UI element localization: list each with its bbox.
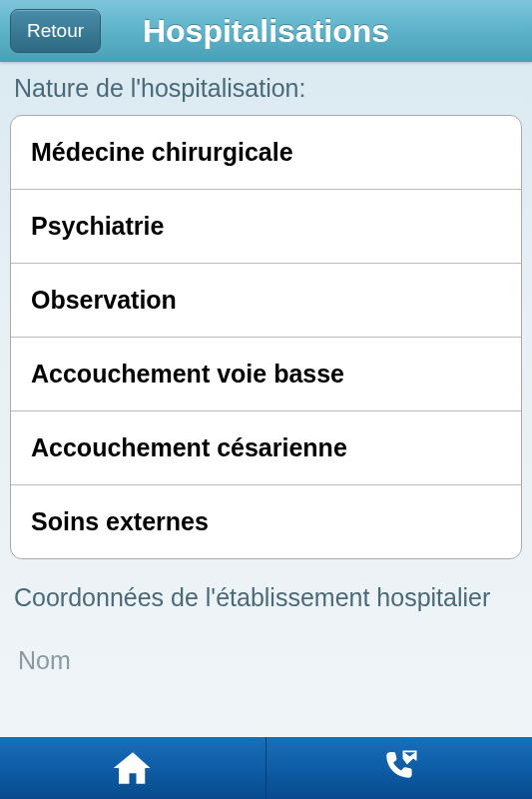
back-button[interactable]: Retour [10,9,101,53]
contact-button[interactable] [266,737,532,799]
list-item[interactable]: Observation [11,264,521,338]
nature-list: Médecine chirurgicale Psychiatrie Observ… [10,115,522,559]
home-icon [112,747,154,789]
header-bar: Retour Hospitalisations [0,0,532,62]
phone-mail-icon [378,747,420,789]
list-item[interactable]: Médecine chirurgicale [11,116,521,190]
home-button[interactable] [0,737,266,799]
bottom-toolbar [0,737,532,799]
content-area: Nature de l'hospitalisation: Médecine ch… [0,62,532,737]
name-input[interactable] [10,632,522,689]
list-item[interactable]: Accouchement césarienne [11,411,521,485]
list-item[interactable]: Soins externes [11,485,521,558]
list-item[interactable]: Accouchement voie basse [11,338,521,411]
coords-section-label: Coordonnées de l'établissement hospitali… [10,583,522,612]
nature-section-label: Nature de l'hospitalisation: [10,74,522,103]
list-item[interactable]: Psychiatrie [11,190,521,264]
